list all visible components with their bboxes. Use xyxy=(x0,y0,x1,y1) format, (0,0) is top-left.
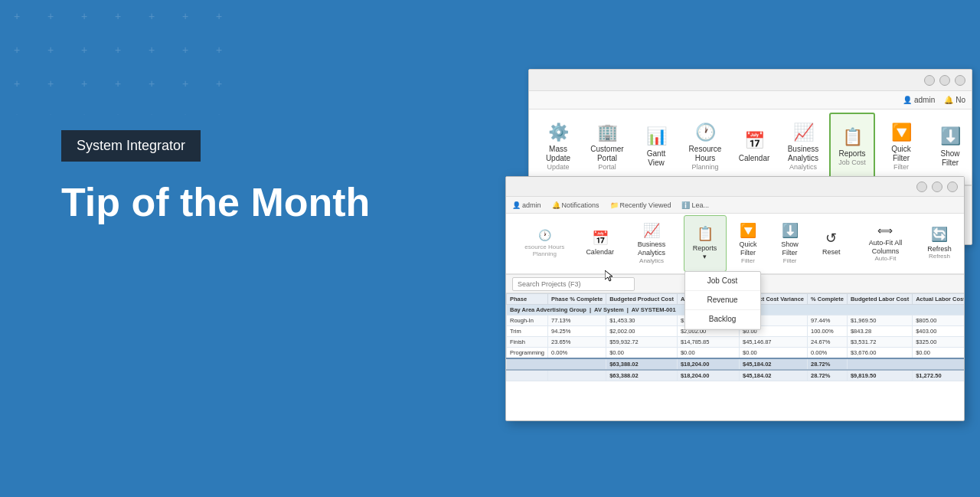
grandtotal-pcv: $45,184.02 xyxy=(739,358,807,370)
col-actual-labor-cost: Actual Labor Cost xyxy=(913,294,964,305)
ribbon-body-back: ⚙️ Mass Update Update 🏢 Customer Portal … xyxy=(529,110,972,186)
wf-quick-filter-front[interactable]: 🔽 Quick Filter Filter xyxy=(728,215,769,272)
ribbon-reports-back[interactable]: 📋 Reports Job Cost xyxy=(829,113,875,181)
ribbon-top-bar: 👤 admin 🔔 No xyxy=(529,91,972,110)
ribbon-quick-filter-back[interactable]: 🔽 Quick Filter Filter xyxy=(878,113,924,181)
reset-icon-front: ↺ xyxy=(825,231,837,247)
cell-phase: Finish xyxy=(507,337,548,348)
wf-show-filter-front[interactable]: ⬇️ Show Filter Filter xyxy=(769,215,809,272)
window-front: 👤 admin 🔔 Notifications 📁 Recently Viewe… xyxy=(505,176,965,421)
col-pct-complete2: % Complete xyxy=(808,294,848,305)
show-filter-icon-back: ⬇️ xyxy=(940,126,961,146)
titlebar-front xyxy=(506,177,964,197)
business-analytics-label-back: Business Analytics xyxy=(786,145,820,163)
wf-ribbon-body: 🕐 esource Hours Planning 📅 Calendar 📈 Bu… xyxy=(506,214,964,275)
wf-notifications-label: 🔔 Notifications xyxy=(552,201,599,209)
table-row: Programming 0.00% $0.00 $0.00 $0.00 0.00… xyxy=(507,348,965,359)
resource-hours-sublabel: Planning xyxy=(691,163,718,172)
ribbon-gantt-view[interactable]: 📊 Gantt View xyxy=(633,113,679,181)
ribbon-business-analytics-back[interactable]: 📈 Business Analytics Analytics xyxy=(780,113,826,181)
cell-alc: $805.00 xyxy=(913,316,964,326)
badge-label: System Integrator xyxy=(61,130,201,162)
mass-update-sublabel: Update xyxy=(547,163,569,172)
wf-resource-partial[interactable]: 🕐 esource Hours Planning xyxy=(511,215,579,272)
quick-filter-sublabel-back: Filter xyxy=(893,163,909,172)
wf-business-analytics-front[interactable]: 📈 Business Analytics Analytics xyxy=(622,215,682,272)
cell-blc: $843.28 xyxy=(847,326,912,337)
reports-button-front[interactable]: 📋 Reports ▾ Job Cost Revenue Backlog xyxy=(684,215,727,272)
cell-alc: $403.00 xyxy=(913,326,964,337)
wf-admin-label: 👤 admin xyxy=(512,201,541,209)
cell-phase: Rough-In xyxy=(507,316,548,326)
ribbon-resource-hours[interactable]: 🕐 Resource Hours Planning xyxy=(682,113,728,181)
wf-recently-viewed-label: 📁 Recently Viewed xyxy=(610,201,671,209)
cell-bpc: $59,932.72 xyxy=(606,337,678,348)
quick-filter-sublabel-front: Filter xyxy=(741,257,755,265)
cell-bpc: $1,453.30 xyxy=(606,316,678,326)
titlebar-btn-min[interactable] xyxy=(924,75,935,86)
calendar-label-front: Calendar xyxy=(586,248,614,257)
wf-refresh-front[interactable]: 🔄 Refresh Refresh xyxy=(920,215,959,272)
wf-reset-front[interactable]: ↺ Reset xyxy=(812,215,851,272)
subtotal-pcv: $45,184.02 xyxy=(739,370,807,381)
refresh-icon-front: 🔄 xyxy=(931,227,948,244)
wf-auto-fit-front[interactable]: ⟺ Auto-Fit All Columns Auto-Fit xyxy=(853,215,918,272)
quick-filter-label-front: Quick Filter xyxy=(733,240,764,257)
wf-calendar-front[interactable]: 📅 Calendar xyxy=(580,215,620,272)
customer-portal-sublabel: Portal xyxy=(598,163,616,172)
show-filter-icon-front: ⬇️ xyxy=(782,223,799,240)
customer-portal-label: Customer Portal xyxy=(590,145,624,163)
reports-icon-back: 📋 xyxy=(842,127,863,147)
cell-pct: 23.65% xyxy=(548,337,606,348)
menu-item-job-cost[interactable]: Job Cost xyxy=(685,272,760,291)
menu-item-revenue[interactable]: Revenue xyxy=(685,291,760,310)
notifications-label-back: 🔔 No xyxy=(944,96,965,104)
resource-hours-label: Resource Hours xyxy=(688,145,722,163)
cell-pcv: $45,146.87 xyxy=(739,337,807,348)
cell-pct2: 97.44% xyxy=(808,316,848,326)
main-title: Tip of the Month xyxy=(61,180,370,226)
reports-dropdown-menu: Job Cost Revenue Backlog xyxy=(684,271,761,330)
reports-sublabel-front: ▾ xyxy=(703,253,707,261)
subtotal-label xyxy=(507,370,548,381)
wf-learn-label: ℹ️ Lea... xyxy=(681,201,709,209)
titlebar-btn-close[interactable] xyxy=(955,75,965,86)
wf-top-bar: 👤 admin 🔔 Notifications 📁 Recently Viewe… xyxy=(506,197,964,214)
resource-partial-label: esource Hours Planning xyxy=(515,244,574,258)
ribbon-calendar-back[interactable]: 📅 Calendar xyxy=(731,113,777,181)
wf-btn-close[interactable] xyxy=(947,181,958,192)
calendar-icon-front: 📅 xyxy=(592,231,609,247)
col-phase: Phase xyxy=(507,294,548,305)
business-analytics-sublabel-back: Analytics xyxy=(789,163,817,172)
ribbon-customer-portal[interactable]: 🏢 Customer Portal Portal xyxy=(584,113,630,181)
cell-phase: Trim xyxy=(507,326,548,337)
cell-bpc: $0.00 xyxy=(606,348,678,359)
search-projects-input[interactable] xyxy=(512,277,635,291)
grandtotal-label xyxy=(507,358,606,370)
screenshot-area: 👤 admin 🔔 No ⚙️ Mass Update Update 🏢 Cus… xyxy=(505,69,980,429)
refresh-label-front: Refresh xyxy=(927,245,952,253)
quick-filter-icon-front: 🔽 xyxy=(740,223,756,240)
auto-fit-sublabel-front: Auto-Fit xyxy=(874,255,896,263)
business-analytics-icon-back: 📈 xyxy=(793,123,814,142)
grandtotal-pct2: 28.72% xyxy=(808,358,848,370)
business-analytics-icon-front: 📈 xyxy=(643,223,660,240)
col-budget-product-cost: Budgeted Product Cost xyxy=(606,294,678,305)
menu-item-backlog[interactable]: Backlog xyxy=(685,310,760,329)
auto-fit-label-front: Auto-Fit All Columns xyxy=(858,239,913,256)
quick-filter-icon-back: 🔽 xyxy=(891,123,912,142)
titlebar-btn-max[interactable] xyxy=(939,75,950,86)
wf-btn-max[interactable] xyxy=(932,181,942,192)
wf-btn-min[interactable] xyxy=(916,181,927,192)
cell-pct2: 24.67% xyxy=(808,337,848,348)
cell-pct: 0.00% xyxy=(548,348,606,359)
cell-blc: $1,969.50 xyxy=(847,316,912,326)
ribbon-show-filter-back[interactable]: ⬇️ Show Filter xyxy=(927,113,972,181)
reports-icon-front: 📋 xyxy=(697,226,714,243)
reports-label-back: Reports xyxy=(838,149,865,159)
subtotal-blc: $9,819.50 xyxy=(847,370,912,381)
ribbon-mass-update[interactable]: ⚙️ Mass Update Update xyxy=(535,113,581,181)
gantt-view-icon: 📊 xyxy=(646,126,667,146)
cell-apc: $14,785.85 xyxy=(677,337,739,348)
reports-label-front: Reports xyxy=(693,244,717,253)
